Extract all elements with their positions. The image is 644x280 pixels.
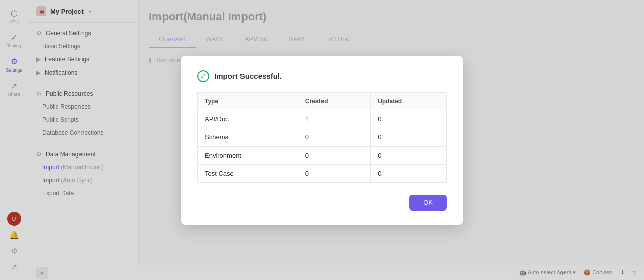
row-created-schema: 0	[298, 128, 370, 146]
col-type: Type	[198, 92, 298, 110]
modal-title: Import Successful.	[214, 72, 282, 80]
row-updated-testcase: 0	[371, 164, 447, 182]
row-type-testcase: Test Case	[198, 164, 298, 182]
col-created: Created	[298, 92, 370, 110]
row-updated-schema: 0	[371, 128, 447, 146]
table-row: API/Doc 1 0	[198, 110, 447, 128]
modal-footer: OK	[197, 195, 447, 211]
row-updated-environment: 0	[371, 146, 447, 164]
row-type-environment: Environment	[198, 146, 298, 164]
import-result-table: Type Created Updated API/Doc 1 0 Schema …	[197, 92, 447, 183]
row-created-apidoc: 1	[298, 110, 370, 128]
row-type-apidoc: API/Doc	[198, 110, 298, 128]
row-created-environment: 0	[298, 146, 370, 164]
table-row: Environment 0 0	[198, 146, 447, 164]
row-created-testcase: 0	[298, 164, 370, 182]
table-row: Test Case 0 0	[198, 164, 447, 182]
ok-button[interactable]: OK	[409, 195, 447, 211]
table-row: Schema 0 0	[198, 128, 447, 146]
import-success-modal: ✓ Import Successful. Type Created Update…	[181, 56, 463, 225]
success-icon: ✓	[197, 70, 209, 82]
col-updated: Updated	[371, 92, 447, 110]
modal-header: ✓ Import Successful.	[197, 70, 447, 82]
row-type-schema: Schema	[198, 128, 298, 146]
row-updated-apidoc: 0	[371, 110, 447, 128]
modal-overlay: ✓ Import Successful. Type Created Update…	[0, 0, 644, 280]
